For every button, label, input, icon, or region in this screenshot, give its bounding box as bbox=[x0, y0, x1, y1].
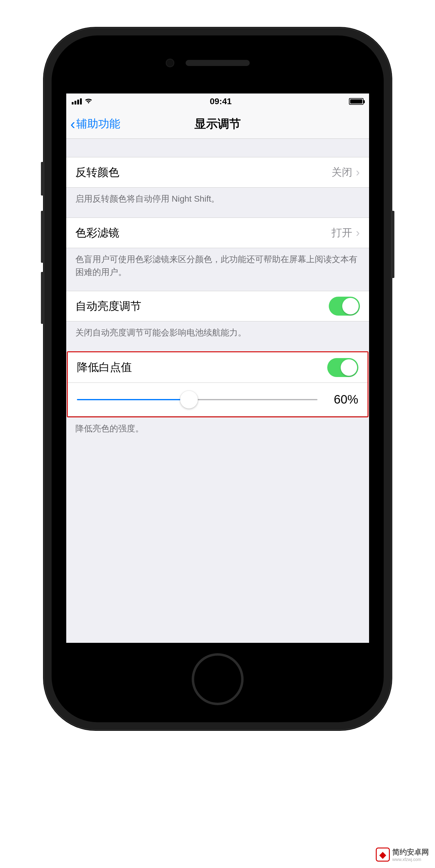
status-time: 09:41 bbox=[93, 97, 349, 106]
watermark-text: 简约安卓网 bbox=[392, 848, 429, 856]
row-label: 色彩滤镜 bbox=[75, 225, 120, 241]
row-auto-brightness: 自动亮度调节 bbox=[66, 291, 369, 321]
row-invert-colors[interactable]: 反转颜色 关闭 › bbox=[66, 157, 369, 188]
chevron-right-icon: › bbox=[356, 166, 360, 179]
row-value: 打开 bbox=[332, 226, 352, 240]
watermark-sub: www.xfzwj.com bbox=[392, 857, 429, 862]
row-value: 关闭 bbox=[332, 165, 352, 179]
row-reduce-white-point: 降低白点值 bbox=[68, 352, 368, 383]
row-label: 反转颜色 bbox=[75, 165, 120, 180]
white-point-slider[interactable] bbox=[77, 399, 317, 400]
settings-list: 反转颜色 关闭 › 启用反转颜色将自动停用 Night Shift。 色彩滤镜 … bbox=[66, 139, 369, 447]
slider-thumb[interactable] bbox=[180, 391, 198, 408]
row-footer: 色盲用户可使用色彩滤镜来区分颜色，此功能还可帮助在屏幕上阅读文本有困难的用户。 bbox=[66, 248, 369, 291]
volume-up-button bbox=[41, 211, 44, 263]
back-button[interactable]: ‹ 辅助功能 bbox=[70, 116, 121, 131]
phone-bezel: 09:41 ‹ 辅助功能 显示调节 反转颜色 关闭 › 启用反转 bbox=[52, 35, 384, 722]
chevron-right-icon: › bbox=[356, 226, 360, 240]
row-white-point-slider: 60% bbox=[68, 383, 368, 416]
cellular-signal-icon bbox=[72, 98, 82, 104]
front-camera bbox=[166, 59, 174, 67]
row-label: 自动亮度调节 bbox=[75, 299, 141, 314]
nav-bar: ‹ 辅助功能 显示调节 bbox=[66, 110, 369, 139]
volume-down-button bbox=[41, 272, 44, 324]
row-footer: 关闭自动亮度调节可能会影响电池续航能力。 bbox=[66, 321, 369, 351]
auto-brightness-toggle[interactable] bbox=[329, 297, 360, 316]
chevron-left-icon: ‹ bbox=[70, 117, 75, 131]
watermark-logo-icon: ◆ bbox=[376, 847, 390, 862]
slider-value: 60% bbox=[325, 393, 358, 406]
row-footer: 启用反转颜色将自动停用 Night Shift。 bbox=[66, 188, 369, 218]
power-button bbox=[391, 211, 394, 278]
wifi-icon bbox=[84, 97, 93, 106]
battery-icon bbox=[349, 98, 364, 105]
screen: 09:41 ‹ 辅助功能 显示调节 反转颜色 关闭 › 启用反转 bbox=[66, 93, 369, 643]
highlighted-group: 降低白点值 60% bbox=[67, 351, 368, 417]
mute-switch bbox=[41, 162, 44, 195]
reduce-white-point-toggle[interactable] bbox=[327, 358, 358, 377]
phone-frame: 09:41 ‹ 辅助功能 显示调节 反转颜色 关闭 › 启用反转 bbox=[44, 28, 392, 730]
earpiece-speaker bbox=[186, 60, 250, 66]
row-color-filter[interactable]: 色彩滤镜 打开 › bbox=[66, 218, 369, 248]
back-label: 辅助功能 bbox=[76, 116, 120, 131]
home-button[interactable] bbox=[192, 653, 244, 705]
status-bar: 09:41 bbox=[66, 93, 369, 110]
watermark: ◆ 简约安卓网 www.xfzwj.com bbox=[376, 847, 429, 862]
row-footer: 降低亮色的强度。 bbox=[66, 417, 369, 447]
row-label: 降低白点值 bbox=[77, 360, 132, 375]
